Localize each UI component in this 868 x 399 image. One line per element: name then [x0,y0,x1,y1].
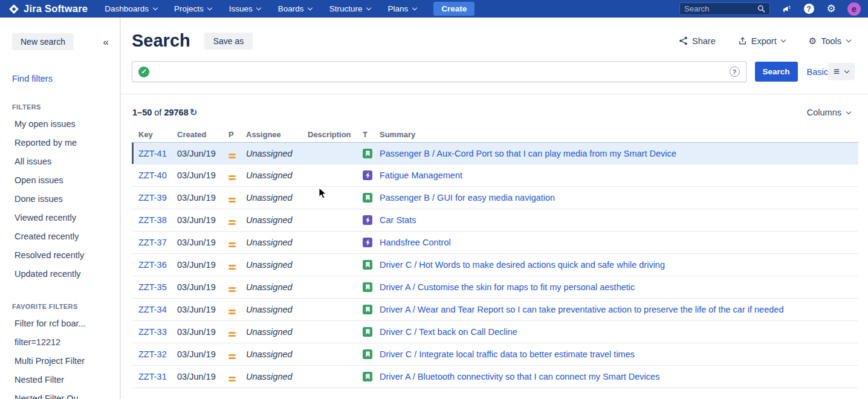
issue-summary-link[interactable]: Driver A / Customise the skin for maps t… [380,282,635,292]
column-header-key[interactable]: Key [132,130,177,139]
issue-key-link[interactable]: ZZT-36 [138,260,167,270]
issue-summary-link[interactable]: Passenger B / Aux-Cord Port so that I ca… [380,149,676,158]
announcement-icon[interactable] [780,3,792,15]
assignee-cell: Unassigned [246,372,308,381]
table-row[interactable]: ZZT-41 03/Jun/19 Unassigned Passenger B … [132,142,858,164]
table-row[interactable]: ZZT-39 03/Jun/19 Unassigned Passenger B … [132,187,858,209]
issue-key-link[interactable]: ZZT-33 [138,327,167,337]
help-icon[interactable]: ? [803,3,815,15]
story-icon [363,193,372,203]
page-title: Search [132,31,190,51]
basic-mode-link[interactable]: Basic [807,67,828,77]
table-row[interactable]: ZZT-34 03/Jun/19 Unassigned Driver A / W… [132,299,858,321]
issue-key-link[interactable]: ZZT-35 [138,282,167,292]
filters-heading: FILTERS [12,103,109,111]
syntax-help-icon[interactable]: ? [730,66,740,77]
sidebar-favorite-filter-item[interactable]: Nested Filter [12,370,109,389]
find-filters-link[interactable]: Find filters [12,74,109,83]
results-count: 1–50 of 29768 [132,108,189,117]
issue-key-link[interactable]: ZZT-40 [138,170,167,180]
issue-key-link[interactable]: ZZT-34 [138,305,167,314]
collapse-sidebar-icon[interactable]: « [103,37,109,47]
issue-summary-link[interactable]: Driver C / Integrate local traffic data … [380,349,635,359]
issue-key-link[interactable]: ZZT-38 [138,215,167,225]
chevron-down-icon [308,6,313,11]
sidebar-filter-item[interactable]: Resolved recently [12,245,109,264]
column-header-created[interactable]: Created [177,130,228,139]
issue-summary-link[interactable]: Driver C / Text back on Call Decline [380,327,517,337]
column-header-type[interactable]: T [363,130,380,139]
column-header-assignee[interactable]: Assignee [246,130,308,139]
share-button[interactable]: Share [679,36,716,46]
sidebar-filter-item[interactable]: Created recently [12,227,109,245]
sidebar-filter-item[interactable]: All issues [12,152,109,170]
column-header-priority[interactable]: P [228,130,246,139]
table-row[interactable]: ZZT-40 03/Jun/19 Unassigned Fatigue Mana… [132,164,858,187]
avatar[interactable]: e [847,2,861,16]
assignee-cell: Unassigned [246,327,308,337]
views-dropdown-button[interactable]: ≡ [828,63,855,80]
nav-item-structure[interactable]: Structure [329,4,372,13]
sidebar-favorite-filter-item[interactable]: Multi Project Filter [12,351,109,370]
issue-key-link[interactable]: ZZT-39 [138,193,167,203]
create-button[interactable]: Create [433,2,474,16]
filters-list: My open issuesReported by meAll issuesOp… [12,114,109,283]
issue-summary-link[interactable]: Car Stats [380,215,416,225]
sidebar-favorite-filter-item[interactable]: Nested Filter Qu... [12,389,109,399]
created-cell: 03/Jun/19 [177,349,228,359]
sidebar-filter-item[interactable]: My open issues [12,114,109,133]
table-row[interactable]: ZZT-35 03/Jun/19 Unassigned Driver A / C… [132,276,858,299]
issue-key-link[interactable]: ZZT-31 [138,372,167,381]
nav-item-plans[interactable]: Plans [387,4,417,13]
sidebar-filter-item[interactable]: Updated recently [12,264,109,283]
tools-button[interactable]: ⚙ Tools [809,36,851,46]
column-header-description[interactable]: Description [308,130,363,139]
sidebar-filter-item[interactable]: Done issues [12,189,109,208]
settings-gear-icon[interactable]: ⚙ [825,3,837,15]
table-row[interactable]: ZZT-32 03/Jun/19 Unassigned Driver C / I… [132,343,858,366]
column-header-summary[interactable]: Summary [380,130,858,139]
chevron-down-icon [152,6,158,11]
jira-brand[interactable]: Jira Software [0,3,97,15]
global-search[interactable] [679,2,770,15]
nav-item-dashboards[interactable]: Dashboards [105,4,158,13]
new-search-button[interactable]: New search [12,33,74,50]
table-row[interactable]: ZZT-33 03/Jun/19 Unassigned Driver C / T… [132,321,858,343]
issue-key-link[interactable]: ZZT-32 [138,349,167,359]
table-row[interactable]: ZZT-36 03/Jun/19 Unassigned Driver C / H… [132,254,858,276]
columns-dropdown[interactable]: Columns [807,108,851,117]
global-search-input[interactable] [684,4,757,13]
refresh-icon[interactable]: ↻ [190,107,198,118]
nav-item-issues[interactable]: Issues [229,4,262,13]
table-row[interactable]: ZZT-38 03/Jun/19 Unassigned Car Stats [132,209,858,232]
sidebar-filter-item[interactable]: Open issues [12,170,109,189]
sidebar-favorite-filter-item[interactable]: filter=12212 [12,332,109,351]
sidebar-filter-item[interactable]: Reported by me [12,133,109,152]
issue-key-link[interactable]: ZZT-37 [138,238,167,247]
issue-summary-link[interactable]: Fatigue Management [380,170,462,180]
jql-query-box[interactable]: ✓ ? [132,61,747,82]
nav-item-projects[interactable]: Projects [174,4,213,13]
sidebar-favorite-filter-item[interactable]: Filter for rcf boar... [12,314,109,332]
assignee-cell: Unassigned [246,170,308,180]
nav-item-boards[interactable]: Boards [278,4,313,13]
share-icon [679,36,688,45]
issue-summary-link[interactable]: Driver A / Wear and Tear Report so I can… [380,305,783,314]
table-body: ZZT-41 03/Jun/19 Unassigned Passenger B … [132,142,858,388]
save-as-button[interactable]: Save as [204,33,253,50]
assignee-cell: Unassigned [246,305,308,314]
export-button[interactable]: Export [738,36,786,46]
jql-query-input[interactable] [154,67,725,77]
table-row[interactable]: ZZT-31 03/Jun/19 Unassigned Driver A / B… [132,366,858,388]
sidebar-filter-item[interactable]: Viewed recently [12,208,109,227]
query-valid-check-icon: ✓ [138,66,149,77]
issue-summary-link[interactable]: Driver C / Hot Words to make desired act… [380,260,665,270]
issue-summary-link[interactable]: Handsfree Control [380,238,451,247]
issue-key-link[interactable]: ZZT-41 [138,149,167,158]
assignee-cell: Unassigned [246,238,308,247]
search-button[interactable]: Search [755,62,798,82]
chevron-down-icon [844,69,849,74]
issue-summary-link[interactable]: Passenger B / GUI for easy media navigat… [380,193,555,203]
issue-summary-link[interactable]: Driver A / Bluetooth connectivity so tha… [380,372,659,381]
table-row[interactable]: ZZT-37 03/Jun/19 Unassigned Handsfree Co… [132,232,858,254]
